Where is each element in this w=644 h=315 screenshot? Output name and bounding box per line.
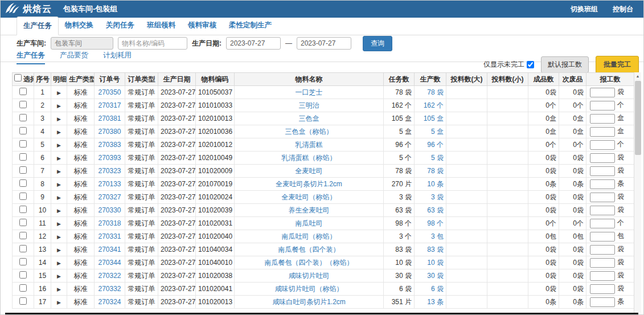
material-name-link[interactable]: 三色盒 <box>299 114 319 122</box>
report-qty-input[interactable] <box>590 219 615 228</box>
expand-arrow-icon[interactable]: ▶ <box>57 260 61 266</box>
only-unfinished-toggle[interactable]: 仅显示未完工 <box>483 60 534 69</box>
production-qty-link[interactable]: 96 个 <box>427 141 444 149</box>
expand-arrow-icon[interactable]: ▶ <box>57 90 61 96</box>
row-checkbox[interactable] <box>19 140 27 148</box>
row-checkbox[interactable] <box>19 153 27 161</box>
expand-arrow-icon[interactable]: ▶ <box>57 221 61 227</box>
row-checkbox[interactable] <box>19 127 27 134</box>
sub-tab-2[interactable]: 产品要货 <box>60 51 88 64</box>
order-number-link[interactable]: 270323 <box>98 167 121 175</box>
order-number-link[interactable]: 270331 <box>98 232 121 240</box>
select-all-checkbox[interactable] <box>14 74 22 81</box>
main-tab-1[interactable]: 生产任务 <box>17 17 59 35</box>
material-name-link[interactable]: 咸味白吐司条切片1.2cm <box>272 298 346 306</box>
report-qty-input[interactable] <box>590 206 615 215</box>
order-number-link[interactable]: 270380 <box>98 128 121 136</box>
report-qty-input[interactable] <box>590 114 615 124</box>
production-qty-link[interactable]: 13 条 <box>427 298 444 306</box>
material-name-link[interactable]: 乳清蛋糕 <box>296 141 323 149</box>
order-number-link[interactable]: 270133 <box>98 180 121 188</box>
report-qty-input[interactable] <box>590 101 615 111</box>
row-checkbox[interactable] <box>19 297 27 305</box>
expand-arrow-icon[interactable]: ▶ <box>57 156 61 161</box>
report-qty-input[interactable] <box>590 258 615 268</box>
report-qty-input[interactable] <box>590 153 615 163</box>
material-name-link[interactable]: 养生全麦吐司 <box>289 206 330 214</box>
order-number-link[interactable]: 270324 <box>98 298 121 306</box>
row-checkbox[interactable] <box>19 219 27 226</box>
order-number-link[interactable]: 270383 <box>98 141 121 149</box>
row-checkbox[interactable] <box>19 114 27 121</box>
production-qty-link[interactable]: 30 袋 <box>427 272 444 280</box>
material-search-input[interactable] <box>118 37 187 50</box>
material-name-link[interactable]: 一口芝士 <box>296 88 323 96</box>
production-qty-link[interactable]: 98 个 <box>427 219 444 227</box>
material-name-link[interactable]: 南瓜餐包（四个装） <box>278 246 340 253</box>
report-qty-input[interactable] <box>590 140 615 150</box>
expand-arrow-icon[interactable]: ▶ <box>57 247 61 253</box>
report-qty-input[interactable] <box>590 193 615 202</box>
order-number-link[interactable]: 270327 <box>98 193 121 201</box>
production-qty-link[interactable]: 10 袋 <box>427 259 444 267</box>
expand-arrow-icon[interactable]: ▶ <box>57 103 61 109</box>
material-name-link[interactable]: 南瓜餐包（四个装）（称馅） <box>265 259 354 267</box>
material-name-link[interactable]: 三明治 <box>299 101 319 109</box>
report-qty-input[interactable] <box>590 166 615 176</box>
report-qty-input[interactable] <box>590 232 615 242</box>
date-to-input[interactable] <box>297 37 351 50</box>
material-name-link[interactable]: 全麦吐司 <box>296 167 323 175</box>
sub-tab-3[interactable]: 计划耗用 <box>103 51 132 64</box>
report-qty-input[interactable] <box>590 179 615 189</box>
report-qty-input[interactable] <box>590 127 615 137</box>
production-qty-link[interactable]: 6 袋 <box>431 285 444 293</box>
main-tab-5[interactable]: 领料审核 <box>182 17 223 34</box>
material-name-link[interactable]: 全麦吐司条切片1.2cm <box>276 180 342 188</box>
order-number-link[interactable]: 270332 <box>98 285 121 293</box>
production-qty-link[interactable]: 10 条 <box>427 180 444 188</box>
material-name-link[interactable]: 咸味切片吐司 <box>289 272 330 280</box>
console-link[interactable]: 控制台 <box>613 5 633 14</box>
sub-tab-1[interactable]: 生产任务 <box>17 51 45 64</box>
main-tab-3[interactable]: 关闭任务 <box>100 17 141 34</box>
expand-arrow-icon[interactable]: ▶ <box>57 142 61 148</box>
row-checkbox[interactable] <box>19 193 27 200</box>
main-tab-4[interactable]: 班组领料 <box>141 17 182 34</box>
main-tab-2[interactable]: 物料交换 <box>59 17 100 34</box>
row-checkbox[interactable] <box>19 284 27 292</box>
material-name-link[interactable]: 南瓜吐司（称馅） <box>282 232 337 240</box>
row-checkbox[interactable] <box>19 206 27 213</box>
only-unfinished-checkbox[interactable] <box>527 61 534 68</box>
production-qty-link[interactable]: 78 袋 <box>427 167 444 175</box>
report-qty-input[interactable] <box>590 284 615 294</box>
date-from-input[interactable] <box>226 37 281 50</box>
switch-team-link[interactable]: 切换班组 <box>571 5 598 14</box>
material-name-link[interactable]: 乳清蛋糕（称馅） <box>282 154 337 162</box>
row-checkbox[interactable] <box>19 179 27 187</box>
report-qty-input[interactable] <box>590 88 615 97</box>
search-button[interactable]: 查询 <box>363 36 392 51</box>
expand-arrow-icon[interactable]: ▶ <box>57 208 61 214</box>
row-checkbox[interactable] <box>19 245 27 252</box>
expand-arrow-icon[interactable]: ▶ <box>57 129 61 135</box>
order-number-link[interactable]: 270341 <box>98 246 121 253</box>
main-tab-6[interactable]: 柔性定制生产 <box>223 17 278 34</box>
expand-arrow-icon[interactable]: ▶ <box>57 182 61 187</box>
order-number-link[interactable]: 270330 <box>98 206 121 214</box>
default-report-qty-button[interactable]: 默认报工数 <box>541 56 589 73</box>
order-number-link[interactable]: 270344 <box>98 259 121 267</box>
material-name-link[interactable]: 全麦吐司（称馅） <box>282 193 337 201</box>
expand-arrow-icon[interactable]: ▶ <box>57 234 61 240</box>
production-qty-link[interactable]: 162 个 <box>424 101 444 109</box>
order-number-link[interactable]: 270317 <box>98 101 121 109</box>
report-qty-input[interactable] <box>590 297 615 307</box>
order-number-link[interactable]: 270393 <box>98 154 121 162</box>
expand-arrow-icon[interactable]: ▶ <box>57 116 61 122</box>
material-name-link[interactable]: 南瓜吐司 <box>296 219 323 227</box>
expand-arrow-icon[interactable]: ▶ <box>57 287 61 292</box>
material-name-link[interactable]: 三色盒（称馅） <box>285 128 333 136</box>
batch-finish-button[interactable]: 批量完工 <box>596 56 639 73</box>
expand-arrow-icon[interactable]: ▶ <box>57 169 61 174</box>
row-checkbox[interactable] <box>19 166 27 174</box>
production-qty-link[interactable]: 78 袋 <box>427 88 444 96</box>
